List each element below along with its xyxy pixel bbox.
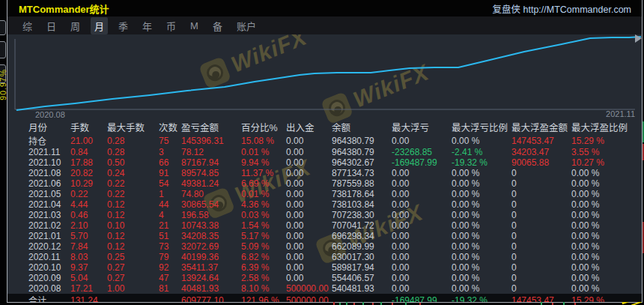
table-cell: 0.00 [392, 231, 452, 241]
table-cell: 0.00 % [571, 189, 642, 199]
table-row[interactable]: 2020.095.040.274713924.642.58 %0.0055440… [7, 273, 642, 283]
table-cell: 2020.10 [7, 262, 70, 273]
column-header[interactable]: 最大浮亏比例 [452, 120, 511, 134]
table-cell: 147453.47 [511, 294, 571, 302]
table-cell: 0.00 [392, 178, 452, 189]
table-cell: 21.00 [70, 134, 107, 147]
table-cell: 0.00 [286, 157, 332, 168]
table-row[interactable]: 持仓21.000.2875145396.3115.08 %0.00964380.… [7, 134, 642, 147]
table-cell: 2021.03 [7, 210, 70, 220]
menu-item-日[interactable]: 日 [43, 17, 60, 34]
title-bar[interactable]: MTCommander统计 复盘侠 http://MTCommander.com [7, 0, 642, 16]
menu-item-M[interactable]: M [186, 19, 202, 33]
table-row[interactable]: 2021.050.220.22174.800.01 %0.00738178.64… [7, 189, 642, 199]
column-header[interactable]: 余额 [332, 120, 392, 134]
table-cell: 609777.10 [181, 294, 241, 302]
background-artifact [405, 302, 407, 305]
table-cell: 0.00 [286, 189, 332, 199]
table-cell: 2021.06 [7, 178, 70, 189]
table-cell: 0.00 [286, 210, 332, 220]
desktop: 90.97% MTCommander统计 复盘侠 http://MTComman… [0, 0, 644, 305]
menu-item-综[interactable]: 综 [19, 17, 36, 34]
table-cell: 2021.01 [7, 231, 70, 241]
table-cell: 0.00 % [452, 241, 511, 252]
table-total-row[interactable]: 合计131.24609777.10121.96 %500000.00-16948… [7, 294, 642, 302]
table-row[interactable]: 2021.030.460.124196.580.03 %0.00707238.3… [7, 210, 642, 220]
table-row[interactable]: 2020.109.370.279235411.376.39 %0.0058981… [7, 262, 642, 273]
table-row[interactable]: 2021.0610.290.225449381.246.69 %0.007875… [7, 178, 642, 189]
table-cell: 0.00 % [452, 262, 511, 273]
table-cell: 964380.79 [332, 147, 392, 157]
column-header[interactable]: 最大浮盈金额 [511, 120, 571, 134]
column-header[interactable]: 百分比% [241, 120, 286, 134]
table-row[interactable]: 2021.110.840.28378.120.01 %0.00964380.79… [7, 147, 642, 157]
table-cell: 21 [159, 220, 181, 231]
column-header[interactable]: 最大手数 [107, 120, 159, 134]
table-cell: 0 [511, 178, 571, 189]
column-header[interactable]: 最大浮盈比例 [571, 120, 642, 134]
menu-item-账户[interactable]: 账户 [233, 17, 260, 34]
table-cell: 90065.88 [511, 157, 571, 168]
table-cell: -19.32 % [452, 294, 511, 302]
table-cell: 696298.34 [332, 231, 392, 241]
menu-item-备[interactable]: 备 [209, 17, 226, 34]
table-cell: 0.00 % [571, 210, 642, 220]
table-row[interactable]: 2021.015.700.125134208.355.17 %0.0069629… [7, 231, 642, 241]
table-cell: 500000.00 [286, 283, 332, 294]
table-cell: 0.00 [286, 147, 332, 157]
table-row[interactable]: 2021.1017.880.506687167.949.94 %0.009643… [7, 157, 642, 168]
table-cell: 0.00 % [571, 199, 642, 210]
column-header[interactable]: 盈亏金额 [181, 120, 241, 134]
column-header[interactable]: 月份 [7, 120, 70, 134]
table-row[interactable]: 2020.127.840.127332072.695.09 %0.0066208… [7, 241, 642, 252]
table-cell: 0.00 [392, 241, 452, 252]
table-cell: 20.82 [70, 168, 107, 178]
table-row[interactable]: 2021.022.100.102110743.381.54 %0.0070704… [7, 220, 642, 231]
table-cell: 0 [511, 210, 571, 220]
column-header[interactable]: 手数 [70, 120, 107, 134]
table-cell: 0 [511, 220, 571, 231]
table-cell: 0.00 [392, 252, 452, 262]
table-cell: 662089.99 [332, 241, 392, 252]
table-cell: 0.00 [286, 252, 332, 262]
table-cell: 0.25 [107, 252, 159, 262]
table-row[interactable]: 2020.118.030.257940199.366.82 %0.0063001… [7, 252, 642, 262]
menu-item-周[interactable]: 周 [67, 17, 84, 34]
table-cell: 0.00 [286, 168, 332, 178]
table-cell: 0.00 [392, 273, 452, 283]
menu-item-币[interactable]: 币 [162, 17, 180, 34]
column-header[interactable]: 出入金 [286, 120, 332, 134]
table-cell: 0.00 % [571, 178, 642, 189]
table-cell: 30865.54 [181, 199, 241, 210]
table-cell: 44 [159, 199, 181, 210]
table-row[interactable]: 2021.0820.820.249189574.8511.37 %0.00877… [7, 168, 642, 178]
table-cell: 5.17 % [241, 231, 286, 241]
table-cell: 0.00 % [452, 189, 511, 199]
menu-item-月[interactable]: 月 [91, 17, 108, 34]
brand-link[interactable]: 复盘侠 http://MTCommander.com [493, 1, 631, 16]
table-cell: -169487.99 [392, 157, 452, 168]
table-cell: 877134.73 [332, 168, 392, 178]
table-cell: 630017.30 [332, 252, 392, 262]
table-cell: 73 [159, 241, 181, 252]
table-cell: 35411.37 [181, 262, 241, 273]
table-row[interactable]: 2021.044.440.124430865.544.36 %0.0073810… [7, 199, 642, 210]
table-cell: 2021.08 [7, 168, 70, 178]
table-cell: 17.88 [70, 157, 107, 168]
table-row[interactable]: 2020.0817.211.008140481.938.10 %500000.0… [7, 283, 642, 294]
table-cell: 4.44 [70, 199, 107, 210]
menu-bar: 综日周月季年币M备账户 [7, 16, 642, 34]
table-cell: 0.00 % [452, 199, 511, 210]
column-header[interactable]: 最大浮亏 [392, 120, 452, 134]
equity-line-series [16, 37, 641, 110]
table-cell: 66 [159, 157, 181, 168]
column-header[interactable]: 次数 [159, 120, 181, 134]
menu-item-季[interactable]: 季 [115, 17, 132, 34]
table-cell: 8.03 [70, 252, 107, 262]
table-cell: 0 [511, 199, 571, 210]
table-cell: 51 [159, 231, 181, 241]
table-cell: 0.00 [286, 241, 332, 252]
menu-item-年[interactable]: 年 [139, 17, 156, 34]
table-cell: 0.00 [286, 220, 332, 231]
table-cell: 0.00 [286, 262, 332, 273]
